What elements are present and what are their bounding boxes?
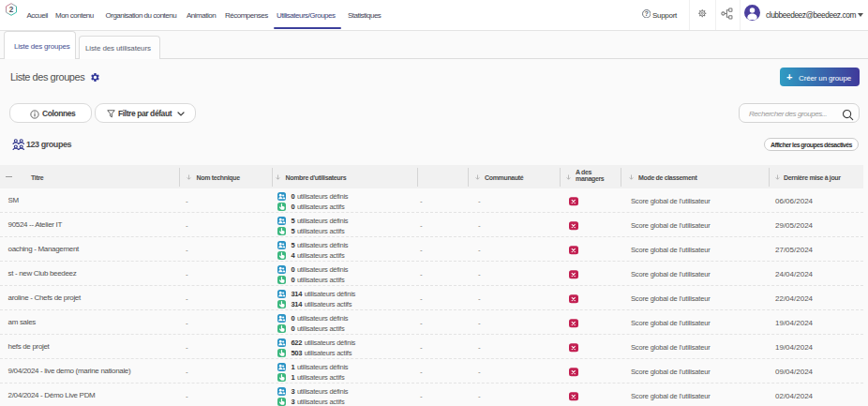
svg-text:?: ?	[644, 10, 648, 18]
svg-text:2: 2	[9, 6, 14, 14]
